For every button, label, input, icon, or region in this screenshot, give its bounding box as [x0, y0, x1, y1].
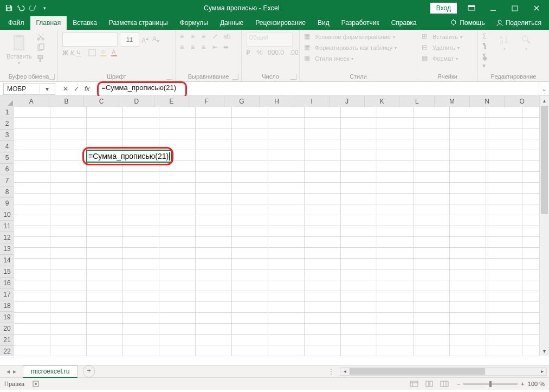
tell-me[interactable]: Помощь [444, 19, 490, 30]
decrease-indent-icon[interactable]: ⇤ [212, 43, 221, 52]
col-header[interactable]: A [14, 96, 49, 107]
scroll-down-icon[interactable]: ▾ [540, 346, 549, 356]
row-header[interactable]: 4 [0, 141, 14, 152]
clipboard-launcher[interactable] [49, 74, 55, 80]
align-left-icon[interactable]: ≡ [180, 43, 189, 52]
col-header[interactable]: G [224, 96, 260, 107]
decrease-decimal-icon[interactable]: .00 [289, 49, 298, 57]
row-header[interactable]: 9 [0, 198, 14, 209]
align-right-icon[interactable]: ≡ [202, 43, 210, 52]
next-sheet-icon[interactable]: ▸ [13, 368, 16, 375]
name-box[interactable]: МОБР ▾ [3, 83, 55, 95]
col-header[interactable]: D [119, 96, 154, 107]
vertical-scrollbar[interactable]: ▴ ▾ [539, 96, 549, 356]
insert-cells-icon[interactable]: ⊞ [422, 33, 430, 41]
formula-input[interactable]: =Сумма_прописью(21) [101, 83, 176, 92]
expand-formula-bar-icon[interactable]: ⌄ [539, 82, 549, 95]
borders-icon[interactable] [88, 49, 97, 57]
row-header[interactable]: 7 [0, 175, 14, 187]
orientation-icon[interactable]: ⤢ [212, 33, 221, 41]
row-headers[interactable]: 12345678910111213141516171819202122 [0, 107, 15, 356]
sheet-tab-active[interactable]: microexcel.ru [23, 365, 77, 378]
ribbon-display-icon[interactable] [464, 3, 479, 13]
col-header[interactable]: F [189, 96, 224, 107]
bold-button[interactable]: Ж [62, 49, 68, 57]
format-painter-icon[interactable] [36, 54, 45, 63]
col-header[interactable]: J [330, 96, 365, 107]
row-header[interactable]: 3 [0, 130, 14, 141]
undo-icon[interactable] [16, 4, 25, 12]
col-header[interactable]: M [435, 96, 470, 107]
decrease-font-icon[interactable]: A▾ [152, 35, 161, 44]
row-header[interactable]: 19 [0, 312, 14, 323]
copy-icon[interactable] [36, 43, 45, 52]
format-table-icon[interactable]: ▦ [304, 43, 313, 52]
sort-filter-button[interactable]: AЯ▾ [496, 33, 513, 53]
tab-developer[interactable]: Разработчик [335, 16, 385, 30]
save-icon[interactable] [4, 4, 13, 12]
macro-record-icon[interactable] [32, 380, 40, 388]
font-launcher[interactable] [166, 74, 172, 80]
page-layout-view-icon[interactable] [422, 378, 436, 389]
row-header[interactable]: 5 [0, 152, 14, 164]
page-break-view-icon[interactable] [437, 378, 451, 389]
scroll-left-icon[interactable]: ◂ [340, 368, 349, 375]
new-sheet-button[interactable]: + [83, 365, 95, 377]
tab-insert[interactable]: Вставка [67, 16, 103, 30]
maximize-icon[interactable] [508, 3, 522, 13]
active-cell[interactable]: =Сумма_прописью(21) [86, 150, 172, 163]
redo-icon[interactable] [28, 4, 37, 12]
comma-icon[interactable]: 000 [268, 49, 276, 57]
col-header[interactable]: O [505, 96, 540, 107]
name-box-dropdown-icon[interactable]: ▾ [39, 85, 55, 93]
paste-button[interactable]: Вставить ▾ [4, 33, 34, 67]
hscroll-thumb[interactable] [350, 368, 485, 375]
col-header[interactable]: C [84, 96, 119, 107]
find-select-button[interactable]: ▾ [518, 33, 534, 53]
enter-formula-icon[interactable]: ✓ [74, 85, 79, 93]
row-header[interactable]: 15 [0, 266, 14, 278]
col-header[interactable]: E [154, 96, 190, 107]
align-top-icon[interactable]: ≡ [180, 33, 189, 41]
tab-page-layout[interactable]: Разметка страницы [103, 16, 174, 30]
row-header[interactable]: 17 [0, 289, 14, 300]
align-middle-icon[interactable]: ≡ [191, 33, 199, 41]
share-button[interactable]: Поделиться [490, 19, 547, 30]
row-header[interactable]: 13 [0, 243, 14, 255]
select-all-button[interactable] [0, 96, 15, 107]
row-header[interactable]: 21 [0, 335, 14, 346]
scroll-right-icon[interactable]: ▸ [538, 368, 546, 375]
row-header[interactable]: 10 [0, 209, 14, 221]
tab-help[interactable]: Справка [385, 16, 423, 30]
merge-icon[interactable]: ⬌ [223, 43, 232, 52]
zoom-level[interactable]: 100 % [528, 381, 545, 387]
align-bottom-icon[interactable]: ≡ [202, 33, 210, 41]
align-center-icon[interactable]: ≡ [191, 43, 199, 52]
row-header[interactable]: 8 [0, 187, 14, 198]
scroll-up-icon[interactable]: ▴ [540, 96, 549, 105]
tab-review[interactable]: Рецензирование [249, 16, 312, 30]
col-header[interactable]: H [260, 96, 295, 107]
cell-styles-icon[interactable]: ▦ [304, 54, 313, 63]
tab-formulas[interactable]: Формулы [174, 16, 214, 30]
row-header[interactable]: 18 [0, 300, 14, 312]
col-header[interactable]: K [365, 96, 400, 107]
increase-decimal-icon[interactable]: .0 [279, 49, 287, 57]
row-header[interactable]: 2 [0, 118, 14, 130]
zoom-slider[interactable] [463, 383, 518, 385]
fill-icon[interactable]: ⬇ ▾ [482, 43, 491, 52]
delete-cells-icon[interactable]: ⊟ [422, 43, 430, 52]
zoom-in-icon[interactable]: + [521, 381, 524, 387]
horizontal-scrollbar[interactable]: ◂ ▸ [340, 367, 547, 376]
number-launcher[interactable] [290, 74, 296, 80]
col-header[interactable]: I [294, 96, 330, 107]
cut-icon[interactable] [36, 33, 45, 41]
row-header[interactable]: 12 [0, 232, 14, 243]
login-button[interactable]: Вход [430, 3, 457, 14]
column-headers[interactable]: ABCDEFGHIJKLMNO [14, 96, 540, 107]
prev-sheet-icon[interactable]: ◂ [7, 368, 10, 375]
worksheet-grid[interactable]: ABCDEFGHIJKLMNO 123456789101112131415161… [0, 96, 549, 365]
alignment-launcher[interactable] [232, 74, 238, 80]
fx-icon[interactable]: fx [85, 85, 89, 93]
col-header[interactable]: N [470, 96, 505, 107]
